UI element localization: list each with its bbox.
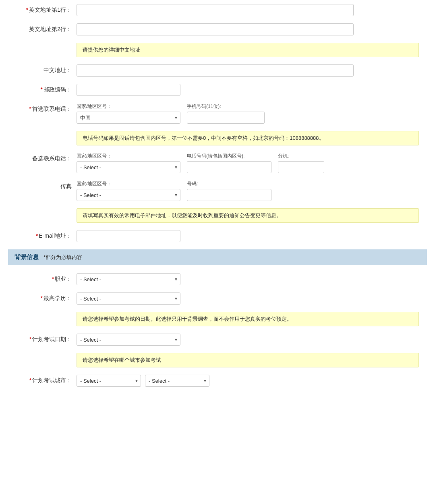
mobile-col: 手机号码(11位):: [187, 103, 265, 124]
ext-col: 分机:: [278, 153, 324, 173]
primary-phone-input[interactable]: [187, 112, 265, 124]
fax-label: 传真: [12, 180, 77, 190]
backup-tel-label: 电话号码(请包括国内区号):: [187, 153, 271, 160]
occupation-select[interactable]: - Select -: [77, 273, 180, 285]
background-section-header: 背景信息 *部分为必填内容: [8, 249, 427, 265]
form-container: *英文地址第1行： 英文地址第2行： 请提供您的详细中文地址 中文地址： *邮政…: [0, 0, 435, 406]
fax-country-label: 国家/地区区号：: [77, 180, 180, 187]
fax-country-col: 国家/地区区号： - Select - ▾: [77, 180, 180, 201]
exam-date-label: *计划考试日期：: [12, 334, 77, 343]
backup-tel-input[interactable]: [187, 161, 271, 173]
fax-number-input[interactable]: [187, 189, 271, 201]
fax-country-select[interactable]: - Select -: [77, 189, 180, 201]
required-star-postal: *: [41, 86, 43, 93]
required-star-education: *: [41, 295, 43, 301]
required-star-exam-city: *: [29, 377, 31, 384]
primary-phone-group: 国家/地区区号： 中国 ▾ 手机号码(11位):: [77, 103, 265, 124]
ext-label: 分机:: [278, 153, 324, 160]
primary-phone-label: *首选联系电话：: [12, 103, 77, 113]
address-line2-row: 英文地址第2行：: [8, 23, 427, 35]
occupation-row: *职业： - Select - ▾: [8, 273, 427, 285]
fax-select-wrapper: - Select - ▾: [77, 189, 180, 201]
address-line1-row: *英文地址第1行：: [8, 4, 427, 16]
fax-number-label: 号码:: [187, 180, 271, 187]
required-star-phone: *: [29, 106, 31, 112]
china-select-wrapper: 中国 ▾: [77, 112, 180, 124]
backup-phone-label: 备选联系电话：: [12, 153, 77, 162]
fax-group: 国家/地区区号： - Select - ▾ 号码:: [77, 180, 271, 201]
phone-notice: 电话号码如果是固话请包含国内区号，第一位不需要0，中间不要有空格，如北京的号码：…: [77, 131, 419, 145]
fax-sub-row: 国家/地区区号： - Select - ▾ 号码:: [77, 180, 271, 201]
primary-phone-row: *首选联系电话： 国家/地区区号： 中国 ▾ 手机号码(11位):: [8, 103, 427, 124]
exam-city-select2-wrapper: - Select - ▾: [145, 375, 209, 387]
email-input[interactable]: [77, 230, 180, 242]
education-select-wrapper: - Select - ▾: [77, 292, 180, 305]
address-line1-input[interactable]: [77, 4, 354, 16]
backup-phone-group: 国家/地区区号： - Select - ▾ 电话号码(请包括国内区号): 分机:: [77, 153, 324, 173]
exam-date-row: *计划考试日期： - Select - ▾: [8, 334, 427, 346]
education-label: *最高学历：: [12, 292, 77, 302]
country-code-col: 国家/地区区号： 中国 ▾: [77, 103, 180, 124]
exam-city-select1-wrapper: - Select - ▾: [77, 375, 141, 387]
primary-country-select[interactable]: 中国: [77, 112, 180, 124]
postal-code-label: *邮政编码：: [12, 84, 77, 93]
address-line2-label: 英文地址第2行：: [12, 23, 77, 33]
section-note: *部分为必填内容: [44, 254, 82, 261]
postal-code-input[interactable]: [77, 84, 180, 96]
section-title: 背景信息: [14, 253, 39, 261]
city-selects: - Select - ▾ - Select - ▾: [77, 375, 209, 387]
exam-date-select[interactable]: - Select -: [77, 334, 180, 346]
exam-city-label: *计划考试城市：: [12, 375, 77, 384]
backup-country-label: 国家/地区区号：: [77, 153, 180, 160]
backup-tel-col: 电话号码(请包括国内区号):: [187, 153, 271, 173]
backup-select-wrapper: - Select - ▾: [77, 161, 180, 173]
chinese-address-row: 中文地址：: [8, 64, 427, 77]
backup-country-select[interactable]: - Select -: [77, 161, 180, 173]
exam-date-select-wrapper: - Select - ▾: [77, 334, 180, 346]
backup-phone-sub-row: 国家/地区区号： - Select - ▾ 电话号码(请包括国内区号): 分机:: [77, 153, 324, 173]
primary-phone-sub-row: 国家/地区区号： 中国 ▾ 手机号码(11位):: [77, 103, 265, 124]
email-label: *E-mail地址：: [12, 230, 77, 240]
exam-city-notice: 请您选择希望在哪个城市参加考试: [77, 353, 419, 367]
address-line2-input[interactable]: [77, 23, 354, 35]
occupation-select-wrapper: - Select - ▾: [77, 273, 180, 285]
chinese-address-label: 中文地址：: [12, 64, 77, 74]
required-star-occupation: *: [52, 276, 54, 282]
backup-phone-row: 备选联系电话： 国家/地区区号： - Select - ▾ 电话号码(请包括国内…: [8, 153, 427, 173]
exam-city-select2[interactable]: - Select -: [145, 375, 209, 387]
mobile-label: 手机号码(11位):: [187, 103, 265, 110]
exam-city-row: *计划考试城市： - Select - ▾ - Select - ▾: [8, 375, 427, 387]
backup-country-col: 国家/地区区号： - Select - ▾: [77, 153, 180, 173]
education-row: *最高学历： - Select - ▾: [8, 292, 427, 305]
chinese-address-input[interactable]: [77, 64, 354, 77]
required-star-email: *: [36, 232, 38, 239]
required-star-exam-date: *: [29, 336, 31, 342]
fax-row: 传真 国家/地区区号： - Select - ▾ 号码:: [8, 180, 427, 201]
exam-date-notice: 请您选择希望参加考试的日期。此选择只用于背景调查，而不会作用于您真实的考位预定。: [77, 312, 419, 326]
chinese-address-notice: 请提供您的详细中文地址: [77, 43, 419, 57]
country-code-label: 国家/地区区号：: [77, 103, 180, 110]
email-row: *E-mail地址：: [8, 230, 427, 242]
exam-city-select1[interactable]: - Select -: [77, 375, 141, 387]
address-line1-label: *英文地址第1行：: [12, 4, 77, 14]
fax-number-col: 号码:: [187, 180, 271, 201]
education-select[interactable]: - Select -: [77, 292, 180, 305]
required-star: *: [26, 6, 28, 13]
postal-code-row: *邮政编码：: [8, 84, 427, 96]
email-notice: 请填写真实有效的常用电子邮件地址，以便您能及时收到重要的通知公告变更等信息。: [77, 208, 419, 223]
ext-input[interactable]: [278, 161, 324, 173]
occupation-label: *职业：: [12, 273, 77, 283]
